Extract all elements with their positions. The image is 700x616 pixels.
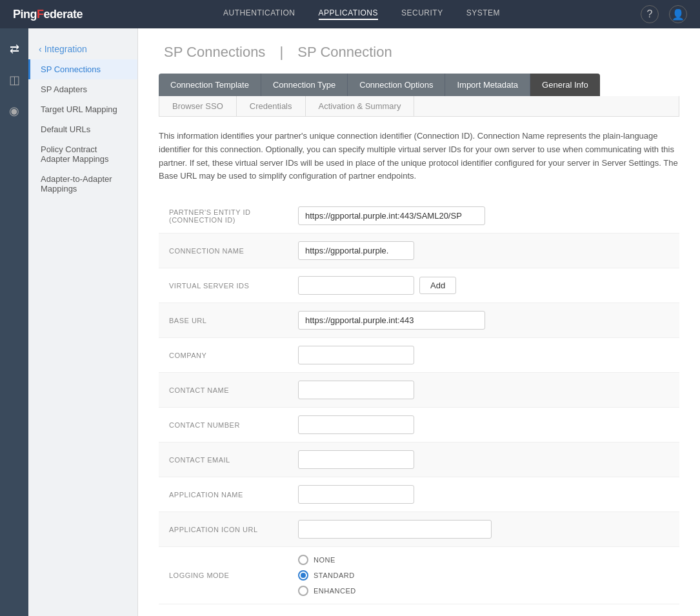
input-contact-email[interactable] xyxy=(298,450,414,469)
control-contact-email xyxy=(298,450,669,469)
page-title: SP Connections | SP Connection xyxy=(159,44,679,61)
label-application-name: APPLICATION NAME xyxy=(169,491,298,499)
nav-icon-connections[interactable]: ⇄ xyxy=(4,39,25,59)
input-base-url[interactable] xyxy=(298,311,485,330)
user-icon[interactable]: 👤 xyxy=(669,5,687,23)
back-arrow-icon: ‹ xyxy=(39,44,42,54)
radio-group-logging: NONE STANDARD ENHANCED xyxy=(298,555,356,596)
radio-enhanced[interactable]: ENHANCED xyxy=(298,586,356,596)
field-logging-mode: LOGGING MODE NONE STANDARD E xyxy=(159,547,679,604)
field-application-name: APPLICATION NAME xyxy=(159,477,679,512)
sidebar-back-label: Integration xyxy=(45,44,87,54)
radio-standard[interactable]: STANDARD xyxy=(298,570,356,581)
radio-circle-none xyxy=(298,555,308,565)
nav-icon-security[interactable]: ◉ xyxy=(4,101,25,121)
input-application-name[interactable] xyxy=(298,485,414,504)
control-company xyxy=(298,346,669,364)
main-content: SP Connections | SP Connection Connectio… xyxy=(138,28,700,616)
label-application-icon-url: APPLICATION ICON URL xyxy=(169,526,298,533)
control-contact-name xyxy=(298,381,669,399)
icon-bar: ⇄ ◫ ◉ xyxy=(0,28,28,616)
field-contact-email: CONTACT EMAIL xyxy=(159,442,679,477)
radio-none[interactable]: NONE xyxy=(298,555,356,565)
radio-label-standard: STANDARD xyxy=(314,571,355,579)
label-company: COMPANY xyxy=(169,352,298,359)
nav-security[interactable]: SECURITY xyxy=(401,8,443,20)
input-contact-name[interactable] xyxy=(298,381,414,399)
nav-authentication[interactable]: AUTHENTICATION xyxy=(223,8,295,20)
sidebar-item-sp-adapters[interactable]: SP Adapters xyxy=(28,79,137,99)
field-base-url: BASE URL xyxy=(159,303,679,338)
nav-links: AUTHENTICATION APPLICATIONS SECURITY SYS… xyxy=(223,8,500,20)
control-virtual-server-ids: Add xyxy=(298,276,669,295)
control-entity-id xyxy=(298,206,669,225)
logo: PingFederate xyxy=(13,8,83,21)
nav-system[interactable]: SYSTEM xyxy=(466,8,500,20)
input-virtual-server-ids[interactable] xyxy=(298,276,414,295)
label-base-url: BASE URL xyxy=(169,317,298,324)
top-navigation: PingFederate AUTHENTICATION APPLICATIONS… xyxy=(0,0,700,28)
tab-connection-type[interactable]: Connection Type xyxy=(261,74,348,96)
input-application-icon-url[interactable] xyxy=(298,520,492,539)
nav-icon-adapters[interactable]: ◫ xyxy=(4,70,25,90)
sidebar-item-sp-connections[interactable]: SP Connections xyxy=(28,59,137,79)
radio-label-none: NONE xyxy=(314,556,335,564)
label-contact-email: CONTACT EMAIL xyxy=(169,456,298,464)
control-application-name xyxy=(298,485,669,504)
radio-circle-standard xyxy=(298,570,308,581)
input-company[interactable] xyxy=(298,346,414,364)
nav-icons: ? 👤 xyxy=(641,5,687,23)
tab-connection-options[interactable]: Connection Options xyxy=(348,74,445,96)
primary-tab-bar: Connection Template Connection Type Conn… xyxy=(159,74,679,96)
sidebar-back[interactable]: ‹ Integration xyxy=(28,39,137,59)
help-icon[interactable]: ? xyxy=(641,5,659,23)
field-application-icon-url: APPLICATION ICON URL xyxy=(159,512,679,547)
radio-label-enhanced: ENHANCED xyxy=(314,587,356,595)
sidebar-item-target-url[interactable]: Target URL Mapping xyxy=(28,99,137,119)
input-contact-number[interactable] xyxy=(298,415,414,434)
label-contact-number: CONTACT NUMBER xyxy=(169,421,298,429)
control-base-url xyxy=(298,311,669,330)
tab-credentials[interactable]: Credentials xyxy=(237,96,306,116)
page-description: This information identifies your partner… xyxy=(159,130,679,183)
control-connection-name xyxy=(298,241,669,260)
app-layout: ⇄ ◫ ◉ ‹ Integration SP Connections SP Ad… xyxy=(0,28,700,616)
sidebar: ‹ Integration SP Connections SP Adapters… xyxy=(28,28,138,616)
field-connection-name: CONNECTION NAME xyxy=(159,233,679,268)
sidebar-item-adapter-mappings[interactable]: Adapter-to-Adapter Mappings xyxy=(28,169,137,199)
tab-browser-sso[interactable]: Browser SSO xyxy=(159,96,237,116)
field-contact-number: CONTACT NUMBER xyxy=(159,408,679,442)
label-entity-id: PARTNER'S ENTITY ID (CONNECTION ID) xyxy=(169,208,298,224)
control-logging-mode: NONE STANDARD ENHANCED xyxy=(298,555,669,596)
form-section: PARTNER'S ENTITY ID (CONNECTION ID) CONN… xyxy=(159,199,679,604)
label-contact-name: CONTACT NAME xyxy=(169,386,298,394)
secondary-tab-bar: Browser SSO Credentials Activation & Sum… xyxy=(159,96,679,117)
field-company: COMPANY xyxy=(159,338,679,373)
add-virtual-server-button[interactable]: Add xyxy=(419,277,456,294)
label-connection-name: CONNECTION NAME xyxy=(169,247,298,255)
label-virtual-server-ids: VIRTUAL SERVER IDS xyxy=(169,282,298,290)
tab-import-metadata[interactable]: Import Metadata xyxy=(445,74,530,96)
tab-connection-template[interactable]: Connection Template xyxy=(159,74,261,96)
input-entity-id[interactable] xyxy=(298,206,485,225)
field-contact-name: CONTACT NAME xyxy=(159,373,679,408)
tab-general-info[interactable]: General Info xyxy=(530,74,600,96)
field-virtual-server-ids: VIRTUAL SERVER IDS Add xyxy=(159,268,679,303)
field-entity-id: PARTNER'S ENTITY ID (CONNECTION ID) xyxy=(159,199,679,233)
label-logging-mode: LOGGING MODE xyxy=(169,571,298,579)
tab-activation-summary[interactable]: Activation & Summary xyxy=(306,96,415,116)
input-connection-name[interactable] xyxy=(298,241,414,260)
control-contact-number xyxy=(298,415,669,434)
sidebar-item-policy-contract[interactable]: Policy Contract Adapter Mappings xyxy=(28,139,137,169)
radio-circle-enhanced xyxy=(298,586,308,596)
control-application-icon-url xyxy=(298,520,669,539)
sidebar-item-default-urls[interactable]: Default URLs xyxy=(28,119,137,139)
nav-applications[interactable]: APPLICATIONS xyxy=(319,8,378,20)
